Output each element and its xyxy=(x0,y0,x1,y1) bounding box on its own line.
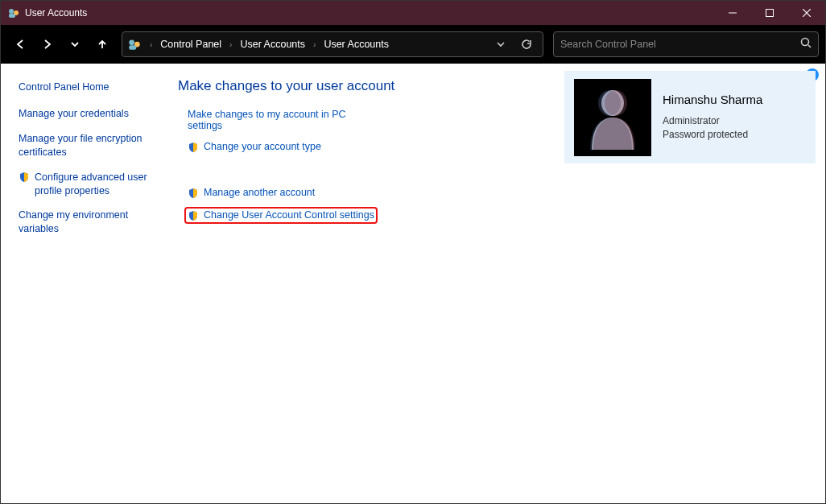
shield-icon xyxy=(188,188,199,199)
action-manage-another[interactable]: Manage another account xyxy=(188,187,809,199)
svg-point-10 xyxy=(802,39,809,46)
user-accounts-window: User Accounts › Control Panel › User Acc… xyxy=(0,0,826,504)
breadcrumb-user-accounts-1[interactable]: User Accounts xyxy=(237,37,308,52)
content-body: ? Control Panel Home Manage your credent… xyxy=(1,64,825,503)
window-title: User Accounts xyxy=(25,7,87,19)
up-button[interactable] xyxy=(89,31,115,57)
breadcrumb-control-panel[interactable]: Control Panel xyxy=(157,37,225,52)
sidebar-file-encryption[interactable]: Manage your file encryption certificates xyxy=(19,132,160,159)
search-input[interactable] xyxy=(560,39,800,50)
svg-rect-2 xyxy=(9,14,15,18)
svg-rect-4 xyxy=(766,10,774,17)
user-card: Himanshu Sharma Administrator Password p… xyxy=(564,71,816,163)
user-accounts-app-icon xyxy=(7,6,20,19)
user-password-status: Password protected xyxy=(663,128,762,142)
chevron-right-icon: › xyxy=(228,40,233,49)
sidebar: Control Panel Home Manage your credentia… xyxy=(1,64,170,503)
maximize-button[interactable] xyxy=(751,1,788,25)
user-role: Administrator xyxy=(663,114,762,128)
address-history-button[interactable] xyxy=(489,33,512,56)
close-button[interactable] xyxy=(788,1,825,25)
chevron-right-icon: › xyxy=(312,40,317,49)
search-box[interactable] xyxy=(553,31,819,57)
user-name: Himanshu Sharma xyxy=(663,93,762,106)
back-button[interactable] xyxy=(7,31,33,57)
svg-point-7 xyxy=(129,39,134,45)
sidebar-env-variables[interactable]: Change my environment variables xyxy=(19,209,160,236)
svg-line-11 xyxy=(808,45,811,48)
search-icon[interactable] xyxy=(800,37,812,52)
sidebar-manage-credentials[interactable]: Manage your credentials xyxy=(19,107,160,121)
user-info: Himanshu Sharma Administrator Password p… xyxy=(663,93,762,142)
svg-point-15 xyxy=(605,90,627,116)
breadcrumb-user-accounts-2[interactable]: User Accounts xyxy=(320,37,392,52)
nav-bar: › Control Panel › User Accounts › User A… xyxy=(1,25,825,64)
shield-icon xyxy=(19,171,30,183)
control-panel-home-link[interactable]: Control Panel Home xyxy=(19,81,160,93)
user-accounts-path-icon xyxy=(127,37,142,52)
chevron-right-icon: › xyxy=(148,40,154,49)
address-bar[interactable]: › Control Panel › User Accounts › User A… xyxy=(122,31,543,57)
svg-point-0 xyxy=(9,9,14,14)
svg-rect-9 xyxy=(129,45,136,50)
shield-icon xyxy=(188,142,199,153)
action-change-uac-settings[interactable]: Change User Account Control settings xyxy=(186,209,376,222)
title-bar: User Accounts xyxy=(1,1,825,25)
main-panel: Make changes to your user account Make c… xyxy=(170,64,825,503)
refresh-button[interactable] xyxy=(515,33,538,56)
sidebar-advanced-profile[interactable]: Configure advanced user profile properti… xyxy=(19,171,160,198)
avatar xyxy=(574,79,651,156)
recent-locations-button[interactable] xyxy=(62,31,88,57)
shield-icon xyxy=(188,210,199,221)
forward-button[interactable] xyxy=(35,31,60,57)
minimize-button[interactable] xyxy=(714,1,751,25)
